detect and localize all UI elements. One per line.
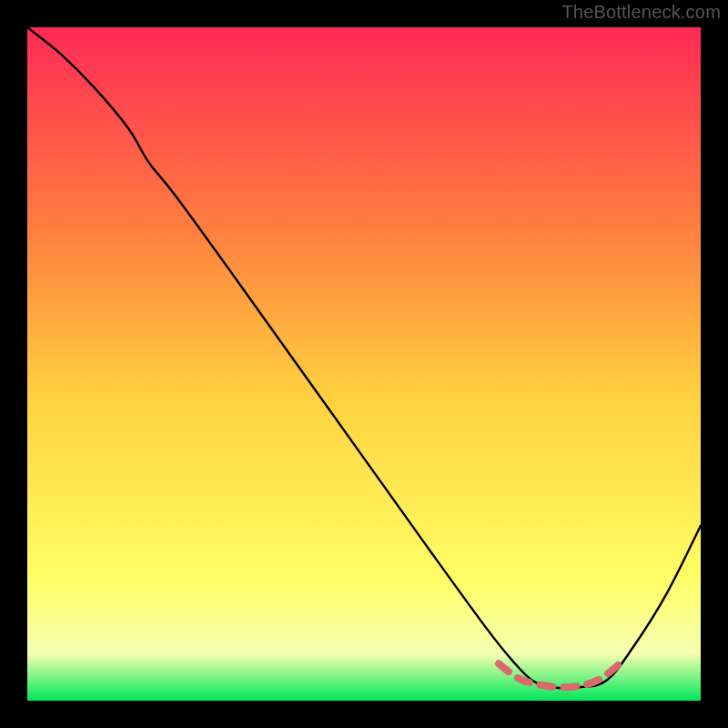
plot-area: [27, 27, 701, 701]
watermark-text: TheBottleneck.com: [561, 2, 721, 23]
chart-svg: [27, 27, 701, 701]
chart-stage: TheBottleneck.com: [0, 0, 728, 728]
